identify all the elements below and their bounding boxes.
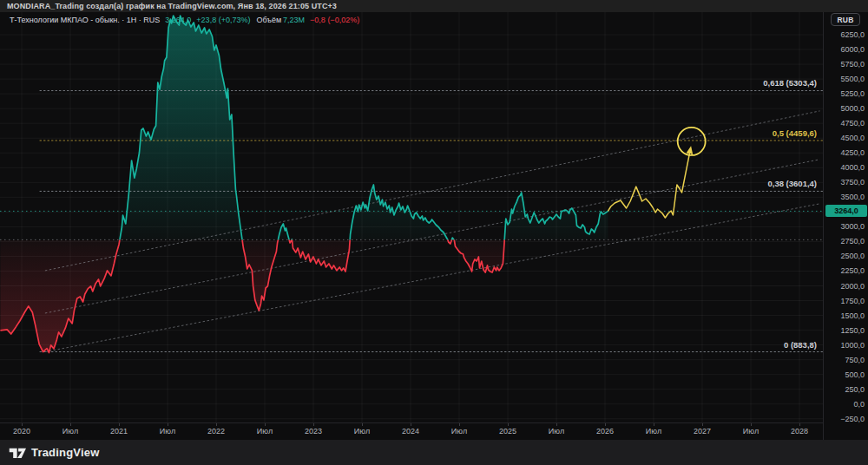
- time-tick-mark: [119, 423, 120, 426]
- time-tick-mark: [411, 423, 411, 426]
- time-tick-mark: [265, 423, 266, 426]
- time-tick-label: Июл: [257, 427, 273, 436]
- time-tick-label: 2026: [596, 427, 614, 436]
- area-fill-down: [0, 16, 608, 353]
- time-tick-label: Июл: [743, 427, 759, 436]
- price-tick-label: 750,0: [845, 356, 865, 364]
- chart-legend: Т-Технологии МКПАО - обыкн. · 1Н · RUS 3…: [10, 16, 359, 24]
- price-tick-label: 4250,0: [840, 148, 865, 157]
- attribution-text: MONDIARA_Trading создал(а) график на Tra…: [7, 2, 337, 10]
- footer-bar: TradingView: [0, 440, 868, 465]
- price-chart[interactable]: 0,618 (5303,4)0,5 (4459,6)0,38 (3601,4)0…: [0, 0, 823, 422]
- symbol-title[interactable]: Т-Технологии МКПАО - обыкн. · 1Н · RUS: [10, 16, 160, 24]
- tradingview-logo-text: TradingView: [31, 446, 100, 459]
- price-tick-label: 1000,0: [840, 341, 865, 350]
- price-tick-label: 5000,0: [840, 104, 865, 113]
- time-tick-label: Июл: [451, 427, 467, 436]
- time-tick-mark: [362, 423, 363, 426]
- forecast-projection-line[interactable]: [608, 148, 690, 218]
- last-price-value: 3 264,0: [165, 16, 191, 24]
- attribution-bar: MONDIARA_Trading создал(а) график на Tra…: [0, 0, 868, 12]
- fib-level-label: 0 (883,8): [784, 340, 817, 350]
- time-tick-label: 2021: [110, 427, 128, 436]
- price-tick-label: 3750,0: [840, 178, 865, 187]
- price-axis[interactable]: RUB 6250,06000,05750,05500,05250,05000,0…: [823, 0, 868, 440]
- tradingview-logo[interactable]: TradingView: [9, 446, 100, 460]
- price-tick-label: 6000,0: [840, 45, 865, 54]
- time-tick-mark: [654, 423, 654, 426]
- price-tick-label: −250,0: [840, 415, 865, 423]
- time-axis[interactable]: 2020Июл2021Июл2022Июл2023Июл2024Июл2025И…: [0, 422, 823, 440]
- price-tick-label: 2250,0: [840, 266, 865, 275]
- price-tick-label: 1500,0: [840, 311, 865, 320]
- price-tick-label: 1250,0: [840, 326, 865, 335]
- time-tick-mark: [313, 423, 314, 426]
- time-tick-label: Июл: [549, 427, 564, 436]
- price-tick-label: 6250,0: [840, 30, 865, 39]
- time-tick-label: 2027: [694, 427, 711, 436]
- price-tick-label: 2500,0: [840, 252, 865, 260]
- time-tick-label: Июл: [62, 427, 78, 436]
- time-tick-mark: [216, 423, 217, 426]
- time-tick-mark: [799, 423, 800, 426]
- price-tick-label: 3000,0: [840, 222, 865, 231]
- price-tick-label: 4000,0: [840, 163, 865, 172]
- time-tick-mark: [70, 423, 71, 426]
- time-tick-label: Июл: [160, 427, 175, 436]
- time-tick-mark: [459, 423, 460, 426]
- price-tick-label: 0,0: [853, 400, 865, 409]
- price-tick-label: 2750,0: [840, 237, 865, 246]
- currency-rub-button[interactable]: RUB: [831, 13, 860, 26]
- time-tick-label: 2024: [402, 427, 419, 436]
- time-tick-label: 2020: [13, 427, 30, 436]
- price-tick-label: 4750,0: [840, 119, 865, 128]
- time-tick-label: Июл: [354, 427, 370, 436]
- price-tick-label: 1750,0: [840, 297, 865, 305]
- price-tick-label: 4500,0: [840, 134, 865, 142]
- price-tick-label: 3500,0: [840, 193, 865, 201]
- time-tick-mark: [751, 423, 752, 426]
- price-change-value: +23,8 (+0,73%): [196, 16, 250, 24]
- price-tick-label: 5750,0: [840, 60, 865, 69]
- time-tick-mark: [22, 423, 23, 426]
- time-tick-mark: [556, 423, 557, 426]
- tradingview-logo-icon: [9, 446, 26, 460]
- fib-level-label: 0,38 (3601,4): [767, 179, 817, 188]
- time-tick-label: Июл: [646, 427, 661, 436]
- fib-level-label: 0,5 (4459,6): [773, 128, 817, 138]
- time-tick-label: 2025: [499, 427, 516, 436]
- price-tick-label: 2000,0: [840, 282, 865, 291]
- price-tick-label: 5500,0: [840, 75, 865, 83]
- time-tick-label: 2022: [207, 427, 225, 436]
- area-fill-up: [0, 16, 608, 353]
- time-tick-mark: [605, 423, 606, 426]
- current-price-badge: 3264,0: [825, 205, 867, 217]
- time-tick-mark: [168, 423, 168, 426]
- volume-value: 7,23М: [283, 16, 305, 24]
- time-tick-label: 2028: [791, 427, 808, 436]
- price-tick-label: 500,0: [845, 370, 865, 379]
- volume-change-value: −0,8 (−0,02%): [310, 16, 359, 24]
- fib-level-label: 0,618 (5303,4): [763, 78, 817, 88]
- tradingview-published-chart: MONDIARA_Trading создал(а) график на Tra…: [0, 0, 868, 465]
- time-tick-mark: [702, 423, 703, 426]
- price-tick-label: 250,0: [845, 385, 865, 394]
- price-series-up[interactable]: [0, 16, 608, 353]
- target-highlight-circle[interactable]: [678, 128, 706, 155]
- time-tick-mark: [508, 423, 509, 426]
- volume-label: Объём: [256, 16, 281, 24]
- price-tick-label: 5250,0: [840, 89, 865, 98]
- price-series-down[interactable]: [0, 16, 608, 353]
- time-tick-label: 2023: [305, 427, 322, 436]
